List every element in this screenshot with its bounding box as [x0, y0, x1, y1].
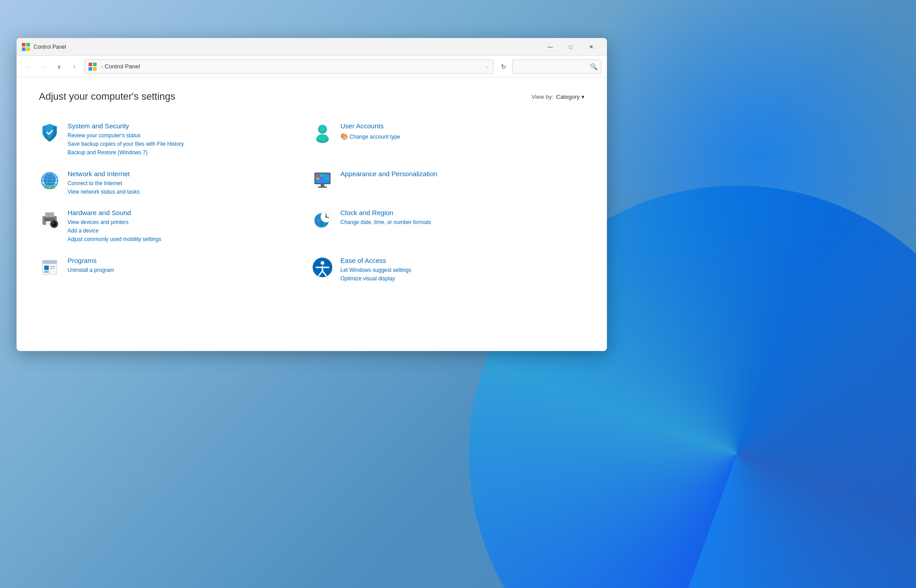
minimize-button[interactable]: — [540, 40, 560, 54]
hardware-sound-link-1[interactable]: View devices and printers [68, 218, 303, 227]
system-security-icon [39, 122, 60, 144]
hardware-sound-link-2[interactable]: Add a device [68, 227, 303, 235]
svg-rect-28 [316, 174, 319, 177]
category-hardware-sound: Hardware and Sound View devices and prin… [39, 203, 312, 250]
forward-button[interactable]: → [37, 60, 51, 73]
view-by-label: View by: [531, 93, 553, 100]
search-input[interactable] [516, 63, 590, 70]
svg-rect-29 [320, 174, 323, 177]
category-ease-of-access: Ease of Access Let Windows suggest setti… [312, 250, 585, 289]
categories-grid: System and Security Review your computer… [39, 116, 585, 289]
svg-rect-5 [93, 63, 97, 66]
content-area: Adjust your computer's settings View by:… [17, 77, 607, 351]
window-title: Control Panel [34, 44, 540, 50]
svg-point-62 [321, 261, 324, 265]
category-network-internet: Network and Internet Connect to the Inte… [39, 164, 312, 203]
category-programs: Programs Uninstall a program [39, 250, 312, 289]
programs-icon [39, 257, 60, 278]
ease-of-access-content: Ease of Access Let Windows suggest setti… [340, 257, 576, 283]
svg-rect-32 [320, 178, 323, 180]
network-internet-link-1[interactable]: Connect to the Internet [68, 179, 303, 188]
svg-rect-58 [44, 271, 49, 273]
system-security-title[interactable]: System and Security [68, 122, 303, 130]
appearance-title[interactable]: Appearance and Personalization [340, 170, 576, 178]
svg-rect-7 [93, 67, 97, 71]
svg-rect-30 [324, 174, 329, 177]
ease-of-access-title[interactable]: Ease of Access [340, 257, 576, 264]
view-by-dropdown[interactable]: Category ▾ [556, 93, 585, 100]
navigation-bar: ← → ∨ ↑ › Control Panel ⌵ ↻ [17, 56, 607, 77]
hardware-sound-content: Hardware and Sound View devices and prin… [68, 209, 303, 244]
category-clock-region: Clock and Region Change date, time, or n… [312, 203, 585, 250]
search-bar[interactable]: 🔍 [512, 59, 602, 74]
user-accounts-title[interactable]: User Accounts [340, 122, 576, 130]
clock-region-icon [312, 209, 333, 230]
clock-region-content: Clock and Region Change date, time, or n… [340, 209, 576, 227]
svg-rect-4 [89, 63, 92, 66]
ease-of-access-icon [312, 257, 333, 278]
address-bar[interactable]: › Control Panel ⌵ [85, 59, 493, 74]
svg-rect-33 [324, 178, 329, 180]
svg-rect-0 [22, 43, 25, 47]
svg-rect-31 [316, 178, 319, 180]
address-bar-icon [89, 63, 97, 71]
hardware-sound-link-3[interactable]: Adjust commonly used mobility settings [68, 235, 303, 244]
hardware-sound-icon [39, 209, 60, 230]
user-accounts-content: User Accounts 🎨 Change account type [340, 122, 576, 141]
svg-point-54 [326, 216, 327, 217]
hardware-sound-title[interactable]: Hardware and Sound [68, 209, 303, 216]
back-button[interactable]: ← [22, 60, 35, 73]
refresh-button[interactable]: ↻ [497, 60, 510, 73]
page-header: Adjust your computer's settings View by:… [39, 91, 585, 102]
title-bar: Control Panel — □ ✕ [17, 38, 607, 56]
search-icon: 🔍 [590, 63, 598, 70]
programs-title[interactable]: Programs [68, 257, 303, 264]
page-title: Adjust your computer's settings [39, 91, 175, 102]
system-security-link-3[interactable]: Backup and Restore (Windows 7) [68, 148, 303, 157]
svg-point-11 [317, 134, 328, 141]
address-text: Control Panel [105, 63, 485, 70]
clock-region-title[interactable]: Clock and Region [340, 209, 576, 216]
svg-rect-3 [26, 47, 30, 51]
category-system-security: System and Security Review your computer… [39, 116, 312, 164]
svg-rect-38 [45, 212, 54, 217]
category-appearance: Appearance and Personalization [312, 164, 585, 203]
appearance-content: Appearance and Personalization [340, 170, 576, 179]
ease-of-access-link-2[interactable]: Optimize visual display [340, 275, 576, 283]
system-security-link-1[interactable]: Review your computer's status [68, 131, 303, 140]
network-internet-link-2[interactable]: View network status and tasks [68, 188, 303, 196]
svg-rect-6 [89, 67, 92, 71]
maximize-button[interactable]: □ [560, 40, 581, 54]
dropdown-button[interactable]: ∨ [52, 60, 66, 73]
svg-rect-35 [318, 186, 327, 188]
ease-of-access-link-1[interactable]: Let Windows suggest settings [340, 266, 576, 275]
svg-point-10 [319, 125, 326, 132]
view-by-control: View by: Category ▾ [531, 93, 585, 100]
user-accounts-link-1[interactable]: 🎨 Change account type [340, 131, 576, 141]
category-user-accounts: User Accounts 🎨 Change account type [312, 116, 585, 164]
svg-point-45 [53, 222, 54, 224]
window-icon [22, 43, 30, 51]
address-dropdown-arrow[interactable]: ⌵ [485, 63, 489, 70]
control-panel-window: Control Panel — □ ✕ ← → ∨ ↑ › [17, 38, 607, 351]
appearance-icon [312, 170, 333, 191]
svg-rect-57 [44, 266, 49, 270]
programs-content: Programs Uninstall a program [68, 257, 303, 275]
system-security-content: System and Security Review your computer… [68, 122, 303, 157]
svg-rect-56 [42, 260, 57, 264]
system-security-link-2[interactable]: Save backup copies of your files with Fi… [68, 140, 303, 148]
svg-rect-2 [22, 47, 25, 51]
window-controls: — □ ✕ [540, 40, 602, 54]
address-separator: › [101, 63, 103, 70]
network-internet-content: Network and Internet Connect to the Inte… [68, 170, 303, 196]
programs-link-1[interactable]: Uninstall a program [68, 266, 303, 275]
user-accounts-icon [312, 122, 333, 144]
up-button[interactable]: ↑ [68, 60, 81, 73]
clock-region-link-1[interactable]: Change date, time, or number formats [340, 218, 576, 227]
network-internet-title[interactable]: Network and Internet [68, 170, 303, 178]
close-button[interactable]: ✕ [581, 40, 602, 54]
network-internet-icon [39, 170, 60, 191]
svg-rect-1 [26, 43, 30, 47]
